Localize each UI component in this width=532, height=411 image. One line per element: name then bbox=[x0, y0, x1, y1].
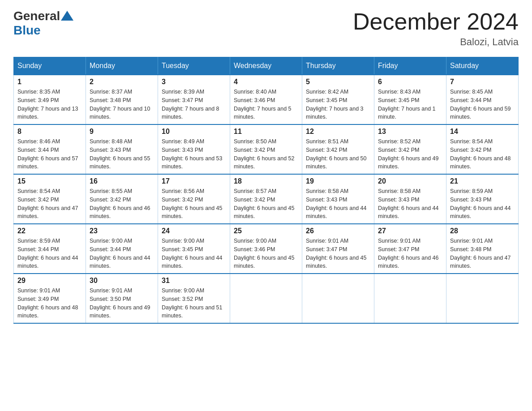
day-number: 19 bbox=[306, 177, 370, 185]
calendar-cell: 21Sunrise: 8:59 AMSunset: 3:43 PMDayligh… bbox=[446, 174, 519, 224]
day-info: Sunrise: 8:54 AMSunset: 3:42 PMDaylight:… bbox=[17, 187, 82, 221]
day-number: 27 bbox=[378, 227, 442, 235]
day-number: 9 bbox=[90, 128, 154, 136]
day-info: Sunrise: 8:37 AMSunset: 3:48 PMDaylight:… bbox=[90, 88, 154, 121]
calendar-cell bbox=[230, 274, 302, 323]
day-info: Sunrise: 8:35 AMSunset: 3:49 PMDaylight:… bbox=[17, 88, 82, 121]
calendar-cell: 29Sunrise: 9:01 AMSunset: 3:49 PMDayligh… bbox=[14, 274, 86, 323]
day-info: Sunrise: 8:48 AMSunset: 3:43 PMDaylight:… bbox=[90, 137, 154, 171]
day-number: 29 bbox=[17, 277, 82, 285]
day-info: Sunrise: 9:00 AMSunset: 3:52 PMDaylight:… bbox=[162, 287, 226, 320]
calendar-cell: 13Sunrise: 8:52 AMSunset: 3:42 PMDayligh… bbox=[374, 124, 446, 174]
calendar-cell bbox=[302, 274, 374, 323]
header-monday: Monday bbox=[86, 57, 158, 75]
day-number: 28 bbox=[450, 227, 515, 235]
calendar-cell: 10Sunrise: 8:49 AMSunset: 3:43 PMDayligh… bbox=[158, 124, 230, 174]
day-number: 2 bbox=[90, 78, 154, 86]
calendar-cell: 1Sunrise: 8:35 AMSunset: 3:49 PMDaylight… bbox=[14, 75, 86, 124]
day-info: Sunrise: 9:01 AMSunset: 3:49 PMDaylight:… bbox=[17, 287, 82, 320]
header-tuesday: Tuesday bbox=[158, 57, 230, 75]
day-number: 15 bbox=[17, 177, 82, 185]
logo-general-text: General bbox=[13, 9, 60, 23]
day-number: 17 bbox=[162, 177, 226, 185]
day-info: Sunrise: 9:01 AMSunset: 3:47 PMDaylight:… bbox=[306, 237, 370, 270]
day-number: 3 bbox=[162, 78, 226, 86]
calendar-cell: 2Sunrise: 8:37 AMSunset: 3:48 PMDaylight… bbox=[86, 75, 158, 124]
calendar-cell: 8Sunrise: 8:46 AMSunset: 3:44 PMDaylight… bbox=[14, 124, 86, 174]
header-saturday: Saturday bbox=[446, 57, 519, 75]
day-number: 12 bbox=[306, 128, 370, 136]
calendar-cell: 25Sunrise: 9:00 AMSunset: 3:46 PMDayligh… bbox=[230, 224, 302, 274]
day-info: Sunrise: 8:39 AMSunset: 3:47 PMDaylight:… bbox=[162, 88, 226, 121]
calendar-cell: 28Sunrise: 9:01 AMSunset: 3:48 PMDayligh… bbox=[446, 224, 519, 274]
calendar-location: Balozi, Latvia bbox=[353, 36, 519, 48]
calendar-cell: 9Sunrise: 8:48 AMSunset: 3:43 PMDaylight… bbox=[86, 124, 158, 174]
header-wednesday: Wednesday bbox=[230, 57, 302, 75]
calendar-header-row: SundayMondayTuesdayWednesdayThursdayFrid… bbox=[14, 57, 519, 75]
calendar-cell: 12Sunrise: 8:51 AMSunset: 3:42 PMDayligh… bbox=[302, 124, 374, 174]
day-number: 24 bbox=[162, 227, 226, 235]
day-number: 30 bbox=[90, 277, 154, 285]
page-header: General Blue December 2024 Balozi, Latvi… bbox=[13, 9, 519, 48]
calendar-title: December 2024 bbox=[353, 9, 519, 34]
logo-blue-text: Blue bbox=[13, 23, 41, 37]
day-info: Sunrise: 8:55 AMSunset: 3:42 PMDaylight:… bbox=[90, 187, 154, 221]
day-number: 4 bbox=[234, 78, 298, 86]
day-number: 21 bbox=[450, 177, 515, 185]
calendar-cell: 16Sunrise: 8:55 AMSunset: 3:42 PMDayligh… bbox=[86, 174, 158, 224]
calendar-cell: 11Sunrise: 8:50 AMSunset: 3:42 PMDayligh… bbox=[230, 124, 302, 174]
calendar-cell: 3Sunrise: 8:39 AMSunset: 3:47 PMDaylight… bbox=[158, 75, 230, 124]
day-info: Sunrise: 8:45 AMSunset: 3:44 PMDaylight:… bbox=[450, 88, 515, 121]
logo-triangle-icon bbox=[61, 11, 73, 21]
calendar-cell: 5Sunrise: 8:42 AMSunset: 3:45 PMDaylight… bbox=[302, 75, 374, 124]
day-number: 11 bbox=[234, 128, 298, 136]
day-info: Sunrise: 8:49 AMSunset: 3:43 PMDaylight:… bbox=[162, 137, 226, 171]
calendar-week-row: 22Sunrise: 8:59 AMSunset: 3:44 PMDayligh… bbox=[14, 224, 519, 274]
day-info: Sunrise: 9:00 AMSunset: 3:46 PMDaylight:… bbox=[234, 237, 298, 270]
calendar-week-row: 8Sunrise: 8:46 AMSunset: 3:44 PMDaylight… bbox=[14, 124, 519, 174]
day-info: Sunrise: 8:58 AMSunset: 3:43 PMDaylight:… bbox=[306, 187, 370, 221]
day-number: 22 bbox=[17, 227, 82, 235]
calendar-cell: 30Sunrise: 9:01 AMSunset: 3:50 PMDayligh… bbox=[86, 274, 158, 323]
day-info: Sunrise: 9:01 AMSunset: 3:50 PMDaylight:… bbox=[90, 287, 154, 320]
day-number: 8 bbox=[17, 128, 82, 136]
day-info: Sunrise: 8:57 AMSunset: 3:42 PMDaylight:… bbox=[234, 187, 298, 221]
calendar-cell: 18Sunrise: 8:57 AMSunset: 3:42 PMDayligh… bbox=[230, 174, 302, 224]
header-sunday: Sunday bbox=[14, 57, 86, 75]
day-number: 31 bbox=[162, 277, 226, 285]
day-info: Sunrise: 8:40 AMSunset: 3:46 PMDaylight:… bbox=[234, 88, 298, 121]
calendar-cell: 7Sunrise: 8:45 AMSunset: 3:44 PMDaylight… bbox=[446, 75, 519, 124]
calendar-cell: 27Sunrise: 9:01 AMSunset: 3:47 PMDayligh… bbox=[374, 224, 446, 274]
day-info: Sunrise: 8:51 AMSunset: 3:42 PMDaylight:… bbox=[306, 137, 370, 171]
calendar-cell: 22Sunrise: 8:59 AMSunset: 3:44 PMDayligh… bbox=[14, 224, 86, 274]
day-info: Sunrise: 8:46 AMSunset: 3:44 PMDaylight:… bbox=[17, 137, 82, 171]
day-info: Sunrise: 8:43 AMSunset: 3:45 PMDaylight:… bbox=[378, 88, 442, 121]
header-thursday: Thursday bbox=[302, 57, 374, 75]
calendar-cell: 17Sunrise: 8:56 AMSunset: 3:42 PMDayligh… bbox=[158, 174, 230, 224]
day-number: 5 bbox=[306, 78, 370, 86]
calendar-cell: 20Sunrise: 8:58 AMSunset: 3:43 PMDayligh… bbox=[374, 174, 446, 224]
calendar-cell: 31Sunrise: 9:00 AMSunset: 3:52 PMDayligh… bbox=[158, 274, 230, 323]
logo: General Blue bbox=[13, 9, 73, 38]
day-number: 18 bbox=[234, 177, 298, 185]
calendar-cell bbox=[374, 274, 446, 323]
day-number: 23 bbox=[90, 227, 154, 235]
calendar-cell: 4Sunrise: 8:40 AMSunset: 3:46 PMDaylight… bbox=[230, 75, 302, 124]
day-number: 1 bbox=[17, 78, 82, 86]
calendar-cell: 19Sunrise: 8:58 AMSunset: 3:43 PMDayligh… bbox=[302, 174, 374, 224]
day-info: Sunrise: 9:01 AMSunset: 3:47 PMDaylight:… bbox=[378, 237, 442, 270]
calendar-week-row: 1Sunrise: 8:35 AMSunset: 3:49 PMDaylight… bbox=[14, 75, 519, 124]
day-number: 20 bbox=[378, 177, 442, 185]
day-number: 6 bbox=[378, 78, 442, 86]
svg-marker-0 bbox=[61, 11, 73, 21]
day-info: Sunrise: 8:56 AMSunset: 3:42 PMDaylight:… bbox=[162, 187, 226, 221]
day-number: 10 bbox=[162, 128, 226, 136]
calendar-cell: 23Sunrise: 9:00 AMSunset: 3:44 PMDayligh… bbox=[86, 224, 158, 274]
calendar-cell: 24Sunrise: 9:00 AMSunset: 3:45 PMDayligh… bbox=[158, 224, 230, 274]
day-info: Sunrise: 8:59 AMSunset: 3:44 PMDaylight:… bbox=[17, 237, 82, 270]
day-number: 16 bbox=[90, 177, 154, 185]
day-number: 26 bbox=[306, 227, 370, 235]
day-info: Sunrise: 8:58 AMSunset: 3:43 PMDaylight:… bbox=[378, 187, 442, 221]
day-number: 13 bbox=[378, 128, 442, 136]
calendar-cell: 15Sunrise: 8:54 AMSunset: 3:42 PMDayligh… bbox=[14, 174, 86, 224]
